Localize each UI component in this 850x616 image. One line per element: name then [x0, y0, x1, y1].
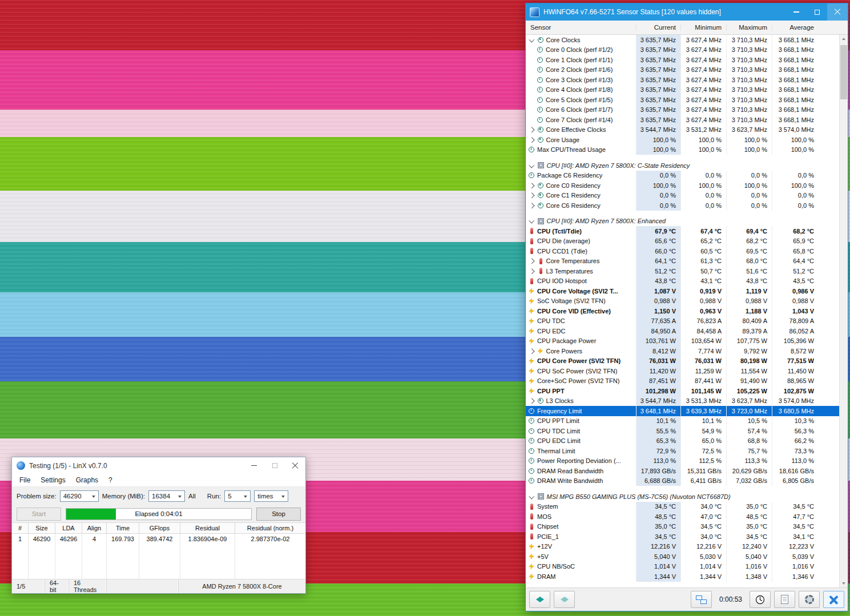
- sensor-row[interactable]: Core Powers8,412 W7,774 W9,792 W8,572 W: [526, 346, 839, 356]
- run-unit-select[interactable]: times: [254, 490, 288, 502]
- sensor-row[interactable]: Chipset35,0 °C34,5 °C35,0 °C34,5 °C: [526, 522, 839, 532]
- sensor-section-header[interactable]: MSI MPG B550 GAMING PLUS (MS-7C56) (Nuvo…: [526, 492, 839, 502]
- sensor-row[interactable]: Core 6 Clock (perf #1/7)3 635,7 MHz3 627…: [526, 105, 839, 115]
- sensor-section-header[interactable]: CPU [#0]: AMD Ryzen 7 5800X: C-State Res…: [526, 160, 839, 171]
- column-header-sensor[interactable]: Sensor: [526, 24, 636, 31]
- sensor-row[interactable]: Core Clocks3 635,7 MHz3 627,4 MHz3 710,3…: [526, 35, 839, 45]
- chevron-down-icon[interactable]: [529, 493, 534, 498]
- sensor-row[interactable]: CPU CCD1 (Tdie)66,0 °C60,5 °C69,5 °C65,8…: [526, 246, 839, 256]
- hwinfo-close-button[interactable]: [827, 3, 848, 21]
- chevron-right-icon[interactable]: [529, 183, 534, 188]
- chevron-right-icon[interactable]: [529, 193, 534, 198]
- sensor-row[interactable]: Core 3 Clock (perf #1/3)3 635,7 MHz3 627…: [526, 75, 839, 85]
- stop-button[interactable]: Stop: [256, 508, 301, 521]
- settings-button[interactable]: [799, 591, 820, 608]
- scrollbar[interactable]: [839, 35, 848, 587]
- sensor-row[interactable]: CPU PPT Limit10,1 %10,1 %10,5 %10,3 %: [526, 416, 839, 426]
- column-header-current[interactable]: Current: [636, 24, 680, 31]
- sensor-row[interactable]: System34,5 °C34,0 °C35,0 °C34,5 °C: [526, 502, 839, 512]
- sensor-row[interactable]: Thermal Limit72,9 %72,5 %75,7 %73,3 %: [526, 446, 839, 456]
- sensor-row[interactable]: Core Usage100,0 %100,0 %100,0 %100,0 %: [526, 135, 839, 145]
- close-sensors-button[interactable]: [823, 591, 844, 608]
- sensor-row[interactable]: Frequency Limit3 648,1 MHz3 639,3 MHz3 7…: [526, 406, 839, 416]
- problem-size-select[interactable]: 46290: [60, 490, 99, 502]
- sensor-row[interactable]: Core C0 Residency100,0 %100,0 %100,0 %10…: [526, 180, 839, 191]
- hwinfo-titlebar[interactable]: HWiNFO64 v7.66-5271 Sensor Status [120 v…: [526, 3, 848, 21]
- scroll-up-button[interactable]: [840, 35, 848, 43]
- sensor-row[interactable]: CPU TDC77,635 A76,823 A80,409 A78,809 A: [526, 316, 839, 327]
- run-count-select[interactable]: 5: [224, 490, 251, 502]
- sensor-row[interactable]: Core 1 Clock (perf #1/1)3 635,7 MHz3 627…: [526, 55, 839, 65]
- chevron-right-icon[interactable]: [529, 268, 534, 273]
- sensor-row[interactable]: Max CPU/Thread Usage100,0 %100,0 %100,0 …: [526, 145, 839, 155]
- report-button[interactable]: [774, 591, 795, 608]
- clock-button[interactable]: [750, 591, 771, 608]
- sensor-row[interactable]: Package C6 Residency0,0 %0,0 %0,0 %0,0 %: [526, 171, 839, 181]
- scroll-down-button[interactable]: [840, 579, 848, 587]
- sensor-row[interactable]: CPU EDC84,950 A84,458 A89,379 A86,052 A: [526, 326, 839, 336]
- sensor-row[interactable]: SoC Voltage (SVI2 TFN)0,988 V0,988 V0,98…: [526, 296, 839, 307]
- sensor-row[interactable]: +5V5,040 V5,030 V5,040 V5,039 V: [526, 551, 839, 562]
- chevron-right-icon[interactable]: [529, 137, 534, 142]
- sensor-row[interactable]: +12V12,216 V12,216 V12,240 V12,223 V: [526, 542, 839, 552]
- chevron-right-icon[interactable]: [529, 259, 534, 264]
- sensor-row[interactable]: Core 5 Clock (perf #1/5)3 635,7 MHz3 627…: [526, 95, 839, 105]
- sensor-row[interactable]: DRAM Write Bandwidth6,688 GB/s6,411 GB/s…: [526, 476, 839, 486]
- prev-next-sensor-button[interactable]: [529, 591, 550, 608]
- column-header-average[interactable]: Average: [772, 24, 819, 31]
- chevron-right-icon[interactable]: [529, 127, 534, 132]
- menu-settings[interactable]: Settings: [35, 476, 70, 484]
- sensor-row[interactable]: Core+SoC Power (SVI2 TFN)87,451 W87,441 …: [526, 376, 839, 386]
- sensor-row[interactable]: Core 0 Clock (perf #1/2)3 635,7 MHz3 627…: [526, 45, 839, 55]
- chevron-down-icon[interactable]: [529, 162, 534, 167]
- scrollbar-thumb[interactable]: [840, 45, 847, 99]
- column-header-minimum[interactable]: Minimum: [680, 24, 726, 31]
- sensor-row[interactable]: CPU NB/SoC1,014 V1,014 V1,016 V1,016 V: [526, 562, 839, 572]
- sensor-row[interactable]: L3 Clocks3 544,7 MHz3 531,3 MHz3 623,7 M…: [526, 396, 839, 406]
- chevron-right-icon[interactable]: [529, 348, 534, 353]
- start-button[interactable]: Start: [17, 508, 61, 521]
- linx-maximize-button[interactable]: [264, 457, 285, 474]
- sensor-row[interactable]: L3 Temperatures51,2 °C50,7 °C51,6 °C51,2…: [526, 266, 839, 276]
- hwinfo-minimize-button[interactable]: [786, 3, 807, 21]
- sensor-row[interactable]: Core 2 Clock (perf #1/6)3 635,7 MHz3 627…: [526, 65, 839, 75]
- menu-graphs[interactable]: Graphs: [71, 476, 103, 484]
- sensor-row[interactable]: MOS48,5 °C47,0 °C48,5 °C47,7 °C: [526, 512, 839, 522]
- chevron-right-icon[interactable]: [529, 398, 534, 404]
- sensor-row[interactable]: CPU Core VID (Effective)1,150 V0,963 V1,…: [526, 306, 839, 316]
- sensor-row[interactable]: DRAM Read Bandwidth17,893 GB/s15,311 GB/…: [526, 466, 839, 476]
- jump-sensor-button[interactable]: [554, 591, 575, 608]
- sensor-row[interactable]: CPU Core Power (SVI2 TFN)76,031 W76,031 …: [526, 356, 839, 367]
- sensor-row[interactable]: Core 4 Clock (perf #1/8)3 635,7 MHz3 627…: [526, 85, 839, 95]
- hwinfo-maximize-button[interactable]: [807, 3, 827, 21]
- sensor-row[interactable]: Core Temperatures64,1 °C61,3 °C68,0 °C64…: [526, 256, 839, 267]
- chevron-right-icon[interactable]: [529, 203, 534, 208]
- chevron-down-icon[interactable]: [529, 218, 534, 223]
- sensor-row[interactable]: PCIE_134,5 °C34,0 °C34,5 °C34,1 °C: [526, 532, 839, 542]
- column-header-maximum[interactable]: Maximum: [726, 24, 772, 31]
- sensor-row[interactable]: DRAM1,344 V1,344 V1,348 V1,346 V: [526, 571, 839, 582]
- linx-titlebar[interactable]: Testing (1/5) - LinX v0.7.0: [12, 457, 305, 474]
- menu-file[interactable]: File: [14, 476, 35, 484]
- linx-minimize-button[interactable]: [244, 457, 264, 474]
- sensor-row[interactable]: Core C1 Residency0,0 %0,0 %0,0 %0,0 %: [526, 191, 839, 201]
- sensor-row[interactable]: CPU SoC Power (SVI2 TFN)11,420 W11,259 W…: [526, 366, 839, 376]
- sensor-row[interactable]: Core Effective Clocks3 544,7 MHz3 531,2 …: [526, 125, 839, 135]
- sensor-row[interactable]: CPU (Tctl/Tdie)67,9 °C67,4 °C69,4 °C68,2…: [526, 226, 839, 236]
- chevron-down-icon[interactable]: [529, 37, 534, 42]
- sensor-row[interactable]: CPU Core Voltage (SVI2 T...1,087 V0,919 …: [526, 286, 839, 296]
- sensor-row[interactable]: CPU Die (average)65,6 °C65,2 °C68,2 °C65…: [526, 236, 839, 247]
- sensor-row[interactable]: CPU TDC Limit55,5 %54,9 %57,4 %56,3 %: [526, 426, 839, 436]
- sensor-row[interactable]: Power Reporting Deviation (...113,0 %112…: [526, 456, 839, 466]
- sensor-row[interactable]: CPU Package Power103,761 W103,654 W107,7…: [526, 336, 839, 347]
- sensor-row[interactable]: CPU IOD Hotspot43,8 °C43,1 °C43,8 °C43,5…: [526, 276, 839, 287]
- sensor-row[interactable]: Core 7 Clock (perf #1/4)3 635,7 MHz3 627…: [526, 115, 839, 125]
- menu-help[interactable]: ?: [103, 476, 118, 484]
- sensor-row[interactable]: CPU EDC Limit65,3 %65,0 %68,8 %66,2 %: [526, 436, 839, 446]
- remote-monitor-button[interactable]: [691, 591, 712, 608]
- sensor-section-header[interactable]: CPU [#0]: AMD Ryzen 7 5800X: Enhanced: [526, 216, 839, 227]
- memory-select[interactable]: 16384: [148, 490, 185, 502]
- sensor-row[interactable]: CPU PPT101,298 W101,145 W105,225 W102,87…: [526, 386, 839, 396]
- linx-close-button[interactable]: [285, 457, 305, 474]
- sensor-row[interactable]: Core C6 Residency0,0 %0,0 %0,0 %0,0 %: [526, 200, 839, 211]
